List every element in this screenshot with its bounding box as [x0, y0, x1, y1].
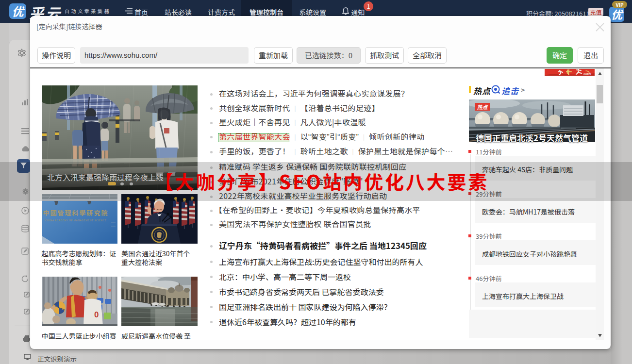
svg-text:xuexi: xuexi — [583, 71, 591, 76]
svg-text:中國管理科學研究院: 中國管理科學研究院 — [43, 208, 108, 217]
svg-text:CHINA ACADEMY OF MANAGEMENT SC: CHINA ACADEMY OF MANAGEMENT SCIENCE — [45, 218, 106, 222]
svg-text:0: 0 — [94, 308, 99, 320]
